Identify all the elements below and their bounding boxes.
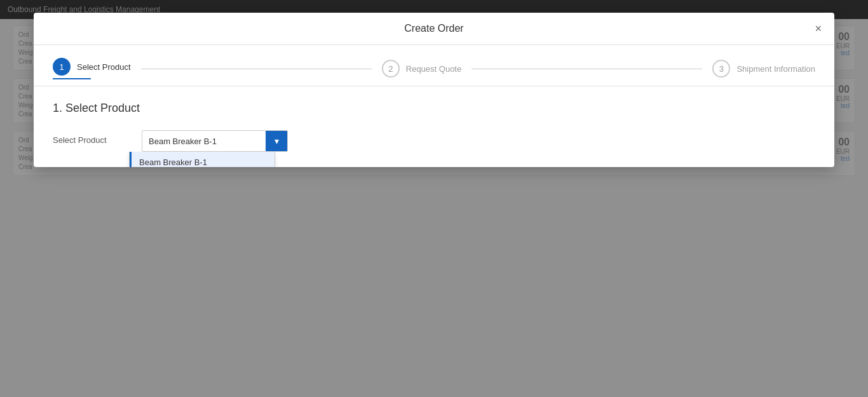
section-title: 1. Select Product [53,102,815,115]
product-dropdown-list: Beam Breaker B-1 Beam Breaker B-2 Beam B… [129,152,275,167]
product-field-label: Select Product [53,130,129,145]
step-3-label: Shipment Information [736,64,815,74]
step-2-circle: 2 [382,60,400,77]
step-1-label: Select Product [77,62,131,72]
modal-header: Create Order × [34,13,834,45]
chevron-down-icon: ▾ [275,136,279,146]
dropdown-arrow-button[interactable]: ▾ [266,131,287,151]
modal-overlay: Create Order × 1 Select Product 2 [0,0,868,397]
modal-body: 1. Select Product Select Product Beam Br… [34,86,834,167]
modal-close-button[interactable]: × [812,20,824,37]
step-3-circle: 3 [712,60,730,77]
step-2-label: Request Quote [406,64,461,74]
step-line-1 [141,69,372,69]
step-line-2 [471,69,702,69]
dropdown-selected-value: Beam Breaker B-1 [142,137,266,146]
step-1-circle: 1 [53,58,71,76]
stepper: 1 Select Product 2 Request Quote 3 [34,45,834,86]
product-dropdown-trigger[interactable]: Beam Breaker B-1 ▾ [142,130,288,152]
modal-title: Create Order [404,23,463,34]
dropdown-option-beam-breaker-b1[interactable]: Beam Breaker B-1 [130,152,275,167]
form-row-product: Select Product Beam Breaker B-1 ▾ Beam B… [53,130,815,152]
create-order-modal: Create Order × 1 Select Product 2 [34,13,834,167]
step-1-underline [53,78,91,79]
